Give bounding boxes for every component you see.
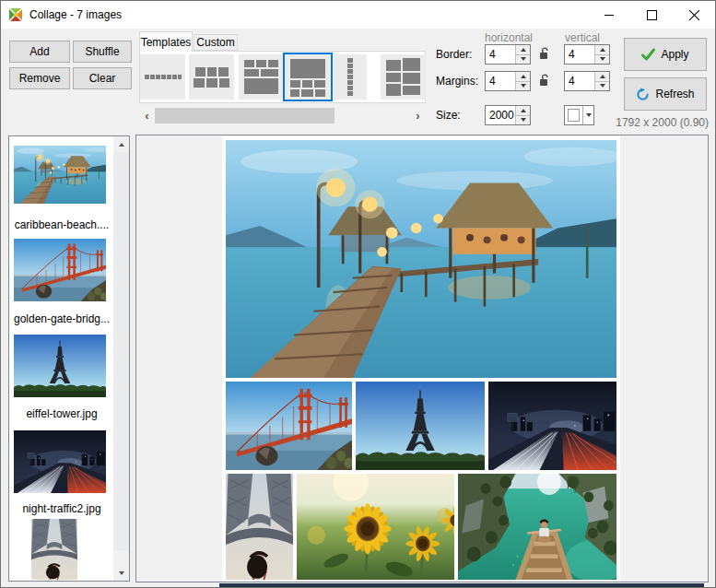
image-list-scrollbar[interactable] bbox=[113, 136, 129, 581]
apply-button[interactable]: Apply bbox=[624, 38, 707, 71]
close-button[interactable] bbox=[673, 1, 715, 29]
apply-label: Apply bbox=[661, 48, 688, 61]
titlebar: Collage - 7 images bbox=[1, 1, 715, 29]
app-icon bbox=[8, 7, 23, 22]
list-item-thumbnail-caribbean-beach[interactable] bbox=[14, 146, 106, 204]
horizontal-column-header: horizontal bbox=[485, 31, 533, 44]
collage-slot-night-traffic[interactable] bbox=[488, 382, 616, 470]
minimize-icon bbox=[604, 10, 615, 20]
spin-down-icon[interactable] bbox=[595, 54, 609, 65]
list-item-label[interactable]: eiffel-tower.jpg bbox=[11, 407, 112, 420]
list-item-label[interactable]: night-traffic2.jpg bbox=[11, 502, 112, 515]
border-vertical-spinner[interactable] bbox=[564, 44, 610, 65]
result-size-text: 1792 x 2000 (0.90) bbox=[605, 116, 709, 129]
list-item-thumbnail-golden-gate[interactable] bbox=[14, 239, 106, 301]
size-input[interactable] bbox=[486, 106, 515, 124]
spin-up-icon[interactable] bbox=[595, 72, 609, 81]
shuffle-button[interactable]: Shuffle bbox=[73, 41, 132, 63]
check-icon bbox=[641, 48, 655, 61]
collage-slot-sunflowers[interactable] bbox=[297, 474, 454, 580]
spin-up-icon[interactable] bbox=[516, 72, 530, 81]
spin-down-icon[interactable] bbox=[595, 81, 609, 91]
collage-slot-golden-gate[interactable] bbox=[226, 382, 352, 470]
spin-up-icon[interactable] bbox=[595, 45, 609, 54]
refresh-icon bbox=[636, 88, 650, 101]
spin-up-icon[interactable] bbox=[516, 45, 530, 54]
size-spinner[interactable] bbox=[485, 105, 531, 125]
border-horizontal-spinner[interactable] bbox=[485, 44, 531, 65]
spin-down-icon[interactable] bbox=[516, 81, 530, 91]
collage-canvas[interactable] bbox=[222, 136, 620, 582]
refresh-label: Refresh bbox=[655, 88, 694, 100]
remove-button[interactable]: Remove bbox=[9, 67, 70, 89]
list-item-thumbnail-eiffel-girl[interactable] bbox=[31, 519, 77, 580]
spin-up-icon[interactable] bbox=[516, 106, 530, 115]
scroll-left-icon[interactable]: ‹ bbox=[139, 108, 155, 123]
size-label: Size: bbox=[436, 109, 461, 122]
border-vertical-input[interactable] bbox=[565, 45, 594, 64]
window-title: Collage - 7 images bbox=[29, 1, 122, 29]
collage-slot-pier[interactable] bbox=[226, 140, 616, 378]
template-thumb-two-columns[interactable] bbox=[381, 54, 426, 100]
add-button[interactable]: Add bbox=[9, 41, 70, 63]
collage-preview-panel bbox=[135, 135, 709, 582]
margins-horizontal-input[interactable] bbox=[486, 72, 515, 90]
margins-link-lock-icon[interactable] bbox=[539, 74, 550, 87]
vertical-column-header: vertical bbox=[565, 31, 600, 44]
scroll-down-icon[interactable] bbox=[113, 565, 129, 581]
margins-label: Margins: bbox=[436, 75, 478, 88]
margins-vertical-spinner[interactable] bbox=[564, 71, 610, 91]
minimize-button[interactable] bbox=[588, 1, 630, 29]
margins-horizontal-spinner[interactable] bbox=[485, 71, 531, 91]
border-horizontal-input[interactable] bbox=[486, 45, 515, 64]
window-bottom-edge bbox=[1, 583, 716, 588]
image-list-scrollbar-thumb[interactable] bbox=[113, 152, 129, 550]
scroll-right-icon[interactable]: › bbox=[410, 108, 426, 123]
template-scrollbar[interactable]: ‹ › bbox=[139, 108, 426, 123]
collage-slot-boat[interactable] bbox=[458, 474, 616, 580]
scroll-up-icon[interactable] bbox=[113, 136, 129, 152]
collage-slot-eiffel-tower[interactable] bbox=[356, 382, 485, 470]
border-label: Border: bbox=[436, 48, 472, 61]
close-icon bbox=[689, 10, 699, 20]
maximize-button[interactable] bbox=[630, 1, 673, 29]
template-thumb-strip-horizontal[interactable] bbox=[140, 54, 185, 100]
template-scrollbar-thumb[interactable] bbox=[155, 108, 335, 123]
margins-vertical-input[interactable] bbox=[565, 72, 594, 90]
list-item-label[interactable]: golden-gate-bridg... bbox=[11, 312, 112, 325]
chevron-down-icon[interactable] bbox=[582, 106, 593, 124]
collage-slot-eiffel-girl[interactable] bbox=[226, 474, 293, 580]
list-item-thumbnail-night-traffic[interactable] bbox=[14, 430, 106, 493]
spin-down-icon[interactable] bbox=[516, 54, 530, 65]
template-thumb-strip-vertical[interactable] bbox=[334, 54, 367, 100]
list-item-thumbnail-eiffel-tower[interactable] bbox=[14, 335, 106, 397]
tab-custom[interactable]: Custom bbox=[194, 34, 238, 51]
image-list: caribbean-beach.... golden-gate-bridg...… bbox=[8, 135, 130, 582]
app-window: Collage - 7 images Add Shuffle Remove Cl… bbox=[0, 0, 716, 588]
clear-button[interactable]: Clear bbox=[73, 67, 132, 89]
border-link-lock-icon[interactable] bbox=[539, 47, 550, 60]
color-swatch bbox=[568, 109, 580, 122]
template-thumb-rows-over-large[interactable] bbox=[239, 54, 284, 100]
template-thumb-large-over-rows[interactable] bbox=[285, 54, 331, 100]
spin-down-icon[interactable] bbox=[516, 115, 530, 125]
list-item-label[interactable]: caribbean-beach.... bbox=[11, 218, 112, 231]
tab-templates[interactable]: Templates bbox=[139, 31, 193, 52]
refresh-button[interactable]: Refresh bbox=[624, 77, 707, 111]
maximize-icon bbox=[647, 10, 657, 20]
template-thumb-grid-3x2[interactable] bbox=[189, 54, 234, 100]
background-color-dropdown[interactable] bbox=[564, 105, 594, 125]
